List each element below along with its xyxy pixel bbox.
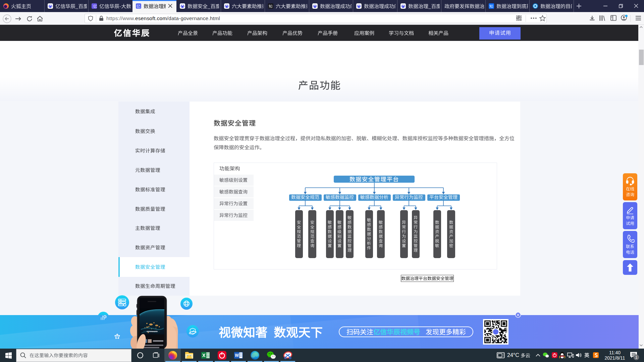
svg-text:1: 1 — [635, 355, 638, 360]
